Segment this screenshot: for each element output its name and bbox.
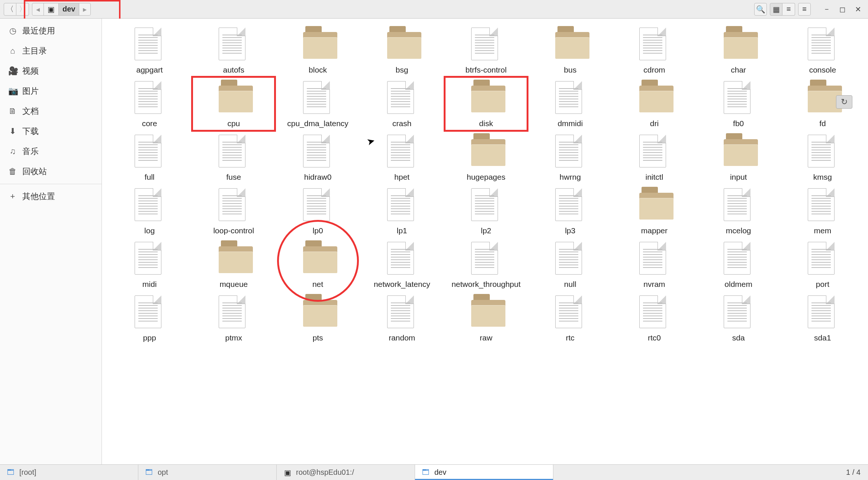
file-item-mcelog[interactable]: mcelog (698, 185, 779, 235)
sidebar-icon: ⌂ (8, 46, 17, 56)
nav-back-button[interactable]: 〈 (4, 3, 16, 16)
breadcrumb-next-button[interactable]: ▸ (79, 3, 90, 15)
file-icon (471, 188, 501, 224)
breadcrumb[interactable]: ◂ ▣ dev ▸ (32, 3, 91, 16)
file-item-rtc0[interactable]: rtc0 (613, 292, 695, 342)
folder-icon (303, 28, 333, 63)
file-label: sda (732, 333, 745, 342)
task-0[interactable]: 🗔 [root] (0, 465, 138, 480)
view-icons-button[interactable]: ▦ (770, 3, 782, 16)
file-item-port[interactable]: port (782, 239, 864, 289)
sidebar-item-3[interactable]: 📷 图片 (0, 81, 102, 101)
file-item-bsg[interactable]: bsg (361, 25, 443, 74)
nav-forward-button[interactable]: 〉 (16, 3, 29, 16)
file-item-kmsg[interactable]: kmsg (782, 132, 864, 182)
file-item-input[interactable]: input (698, 132, 779, 182)
sidebar-other-locations[interactable]: + 其他位置 (0, 186, 102, 207)
file-item-dri[interactable]: dri (613, 78, 695, 128)
file-item-network_latency[interactable]: network_latency (361, 239, 443, 289)
file-item-cpu[interactable]: cpu (193, 78, 274, 128)
file-item-sda[interactable]: sda (698, 292, 779, 342)
window-maximize-button[interactable]: ◻ (836, 3, 849, 16)
sidebar-item-6[interactable]: ♫ 音乐 (0, 141, 102, 161)
view-list-button[interactable]: ≡ (782, 3, 795, 16)
file-item-char[interactable]: char (698, 25, 779, 74)
file-item-hpet[interactable]: hpet (361, 132, 443, 182)
task-3[interactable]: 🗔 dev (415, 465, 553, 480)
sidebar-item-5[interactable]: ⬇ 下载 (0, 121, 102, 141)
file-item-bus[interactable]: bus (529, 25, 611, 74)
file-label: mapper (641, 226, 668, 235)
file-icon (135, 28, 164, 63)
file-icon (555, 81, 585, 117)
file-item-lp2[interactable]: lp2 (445, 185, 527, 235)
file-item-network_throughput[interactable]: network_throughput (445, 239, 527, 289)
file-item-midi[interactable]: midi (109, 239, 190, 289)
task-1[interactable]: 🗔 opt (138, 465, 277, 480)
file-item-hidraw0[interactable]: hidraw0 (277, 132, 359, 182)
file-item-random[interactable]: random (361, 292, 443, 342)
file-item-hugepages[interactable]: hugepages (445, 132, 527, 182)
file-label: console (809, 65, 836, 74)
file-item-disk[interactable]: disk (445, 78, 527, 128)
file-item-null[interactable]: null (529, 239, 611, 289)
file-item-ptmx[interactable]: ptmx (193, 292, 274, 342)
file-item-autofs[interactable]: autofs (193, 25, 274, 74)
file-item-cpu_dma_latency[interactable]: cpu_dma_latency (277, 78, 359, 128)
file-item-fuse[interactable]: fuse (193, 132, 274, 182)
sidebar-item-0[interactable]: ◷ 最近使用 (0, 21, 102, 41)
file-item-dmmidi[interactable]: dmmidi (529, 78, 611, 128)
sidebar-item-label: 图片 (22, 86, 39, 97)
search-button[interactable]: 🔍 (754, 3, 767, 16)
file-label: null (564, 280, 576, 289)
task-2[interactable]: ▣ root@hspEdu01:/ (277, 465, 415, 480)
file-item-sda1[interactable]: sda1 (782, 292, 864, 342)
sidebar-item-2[interactable]: 🎥 视频 (0, 61, 102, 81)
file-item-raw[interactable]: raw (445, 292, 527, 342)
file-item-pts[interactable]: pts (277, 292, 359, 342)
file-item-nvram[interactable]: nvram (613, 239, 695, 289)
file-item-crash[interactable]: crash (361, 78, 443, 128)
file-label: lp1 (397, 226, 407, 235)
window-close-button[interactable]: ✕ (852, 3, 864, 16)
file-item-console[interactable]: console (782, 25, 864, 74)
window-minimize-button[interactable]: － (820, 3, 833, 16)
task-icon: 🗔 (7, 468, 15, 477)
file-item-fb0[interactable]: fb0 (698, 78, 779, 128)
sidebar-item-7[interactable]: 🗑 回收站 (0, 161, 102, 182)
file-icon (639, 28, 669, 63)
file-label: core (142, 119, 157, 128)
file-item-mem[interactable]: mem (782, 185, 864, 235)
file-item-lp3[interactable]: lp3 (529, 185, 611, 235)
file-item-mapper[interactable]: mapper (613, 185, 695, 235)
file-label: crash (392, 119, 411, 128)
folder-icon (724, 28, 753, 63)
file-item-full[interactable]: full (109, 132, 190, 182)
sidebar-icon: ◷ (8, 26, 17, 36)
file-item-initctl[interactable]: initctl (613, 132, 695, 182)
file-item-loop-control[interactable]: loop-control (193, 185, 274, 235)
breadcrumb-prev-button[interactable]: ◂ (32, 3, 44, 15)
sidebar-item-4[interactable]: 🗎 文档 (0, 101, 102, 121)
file-item-lp1[interactable]: lp1 (361, 185, 443, 235)
file-item-lp0[interactable]: lp0 (277, 185, 359, 235)
file-item-ppp[interactable]: ppp (109, 292, 190, 342)
file-item-block[interactable]: block (277, 25, 359, 74)
file-item-net[interactable]: net (277, 239, 359, 289)
file-item-log[interactable]: log (109, 185, 190, 235)
file-item-fd[interactable]: ↻fd (782, 78, 864, 128)
breadcrumb-current[interactable]: dev (59, 3, 79, 15)
file-item-mqueue[interactable]: mqueue (193, 239, 274, 289)
file-item-cdrom[interactable]: cdrom (613, 25, 695, 74)
file-item-agpgart[interactable]: agpgart (109, 25, 190, 74)
file-grid-area[interactable]: agpgartautofsblockbsgbtrfs-controlbuscdr… (102, 19, 868, 464)
sidebar-item-1[interactable]: ⌂ 主目录 (0, 41, 102, 61)
file-icon (219, 188, 248, 224)
file-item-hwrng[interactable]: hwrng (529, 132, 611, 182)
hamburger-menu-button[interactable]: ≡ (798, 3, 811, 16)
file-item-core[interactable]: core (109, 78, 190, 128)
file-item-rtc[interactable]: rtc (529, 292, 611, 342)
breadcrumb-root[interactable]: ▣ (44, 3, 59, 15)
file-item-oldmem[interactable]: oldmem (698, 239, 779, 289)
file-item-btrfs-control[interactable]: btrfs-control (445, 25, 527, 74)
